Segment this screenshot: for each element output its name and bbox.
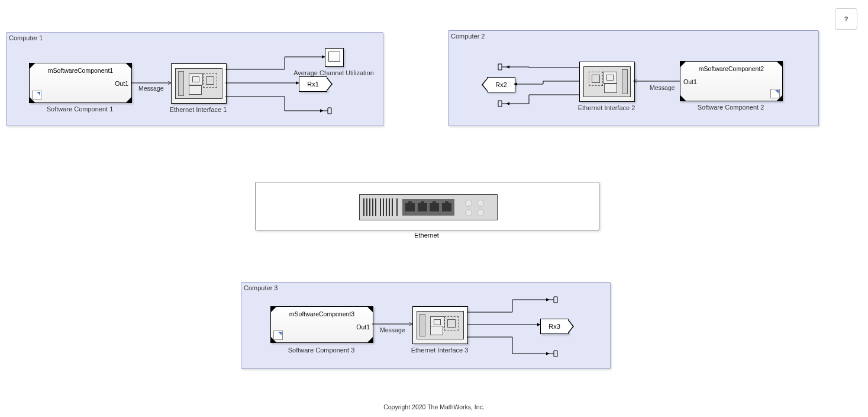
computer-2-group[interactable]: Computer 2 mSoftwareComponent2 Out1 Soft… xyxy=(448,30,819,126)
model-reference-icon xyxy=(273,331,283,340)
software-component-2-name: mSoftwareComponent2 xyxy=(680,65,782,72)
software-component-2[interactable]: mSoftwareComponent2 Out1 xyxy=(680,61,783,101)
ethernet-interface-2-label: Ethernet Interface 2 xyxy=(547,104,666,111)
software-component-2-label: Software Component 2 xyxy=(672,104,790,111)
software-component-1-name: mSoftwareComponent1 xyxy=(30,67,131,74)
terminator-icon[interactable] xyxy=(497,63,506,70)
scope-avg-channel-util[interactable] xyxy=(325,48,344,67)
message-label-3: Message xyxy=(380,326,405,333)
goto-rx1-text: Rx1 xyxy=(307,81,319,88)
ethernet-interface-2[interactable] xyxy=(579,62,635,102)
goto-rx1[interactable]: Rx1 xyxy=(299,76,327,92)
ethernet-block[interactable] xyxy=(255,182,599,230)
terminator-icon[interactable] xyxy=(549,296,559,303)
software-component-1-port: Out1 xyxy=(115,80,128,87)
computer-2-title: Computer 2 xyxy=(451,33,485,40)
software-component-3-label: Software Component 3 xyxy=(262,347,380,354)
goto-rx3-text: Rx3 xyxy=(548,323,560,330)
help-button[interactable]: ? xyxy=(835,8,857,30)
goto-rx2-text: Rx2 xyxy=(495,81,507,88)
computer-3-title: Computer 3 xyxy=(244,284,277,291)
terminator-icon[interactable] xyxy=(497,100,506,107)
scope-label: Average Channel Utilization xyxy=(275,69,393,76)
computer-3-group[interactable]: Computer 3 mSoftwareComponent3 Out1 Soft… xyxy=(241,282,611,369)
copyright-text: Copyright 2020 The MathWorks, Inc. xyxy=(0,403,868,410)
computer-1-group[interactable]: Computer 1 mSoftwareComponent1 Out1 Soft… xyxy=(6,32,383,126)
software-component-3-name: mSoftwareComponent3 xyxy=(271,310,373,317)
ethernet-interface-1-label: Ethernet Interface 1 xyxy=(139,106,257,113)
model-reference-icon xyxy=(32,91,41,100)
message-label-2: Message xyxy=(650,84,675,91)
model-reference-icon xyxy=(770,89,780,98)
software-component-1[interactable]: mSoftwareComponent1 Out1 xyxy=(29,63,132,103)
software-component-3-port: Out1 xyxy=(356,323,370,331)
ethernet-interface-3[interactable] xyxy=(412,306,468,344)
computer-1-title: Computer 1 xyxy=(9,34,43,41)
help-button-label: ? xyxy=(844,15,848,23)
terminator-icon[interactable] xyxy=(549,350,559,357)
message-label-1: Message xyxy=(138,85,164,92)
software-component-1-label: Software Component 1 xyxy=(21,105,139,113)
ethernet-switch-icon xyxy=(359,194,498,220)
goto-rx2[interactable]: Rx2 xyxy=(487,77,515,92)
software-component-2-port: Out1 xyxy=(683,78,697,85)
goto-rx3[interactable]: Rx3 xyxy=(540,319,569,334)
ethernet-label: Ethernet xyxy=(255,232,598,239)
ethernet-interface-1[interactable] xyxy=(171,63,227,104)
ethernet-interface-3-label: Ethernet Interface 3 xyxy=(380,347,499,354)
terminator-icon[interactable] xyxy=(323,107,333,114)
software-component-3[interactable]: mSoftwareComponent3 Out1 xyxy=(270,306,373,343)
